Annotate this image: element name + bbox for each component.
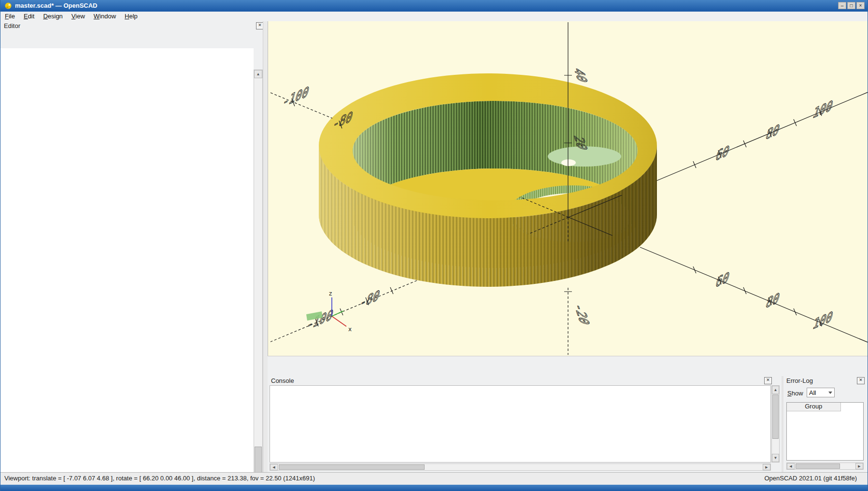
svg-text:40: 40 <box>571 67 590 84</box>
openscad-logo-icon <box>4 2 12 10</box>
svg-text:80: 80 <box>764 121 782 143</box>
viewport-3d[interactable]: -100 -80 -80 -100 60 80 100 60 80 100 20… <box>268 21 868 356</box>
svg-text:60: 60 <box>714 142 731 164</box>
version-text: OpenSCAD 2021.01 (git 41f58fe) <box>764 475 857 482</box>
group-column-header[interactable]: Group <box>787 403 841 411</box>
svg-text:80: 80 <box>764 290 782 311</box>
view-toolbar <box>268 356 868 376</box>
maximize-button[interactable]: □ <box>847 2 855 9</box>
window-title: master.scad* — OpenSCAD <box>15 2 98 9</box>
editor-header: Editor ✕ <box>0 21 268 30</box>
svg-text:z: z <box>329 290 332 297</box>
scroll-right-icon[interactable]: ▶ <box>763 464 770 470</box>
close-button[interactable]: × <box>856 2 865 9</box>
gear-model <box>319 73 657 287</box>
error-log-hscroll-thumb[interactable] <box>796 463 840 469</box>
gear-render: -100 -80 -80 -100 60 80 100 60 80 100 20… <box>268 21 868 356</box>
error-log-title: Error-Log <box>786 377 813 384</box>
menu-edit[interactable]: Edit <box>19 12 39 21</box>
menu-view[interactable]: View <box>67 12 89 21</box>
menu-bar: FileEditDesignViewWindowHelp <box>0 12 868 22</box>
console-scroll-thumb[interactable] <box>772 394 779 439</box>
error-log-hscrollbar[interactable]: ◀ ▶ <box>786 463 864 470</box>
scroll-left-icon[interactable]: ◀ <box>270 464 278 470</box>
y-axis-icon <box>332 311 343 316</box>
svg-text:100: 100 <box>811 97 835 121</box>
console-panel: Console ✕ ▲ ▼ ◀ ▶ <box>268 376 782 472</box>
svg-text:-20: -20 <box>571 302 593 326</box>
editor-title: Editor <box>4 22 20 29</box>
scroll-up-icon[interactable]: ▲ <box>254 70 262 78</box>
title-bar[interactable]: master.scad* — OpenSCAD – □ × <box>0 0 868 12</box>
menu-help[interactable]: Help <box>120 12 142 21</box>
svg-text:x: x <box>348 326 352 333</box>
svg-text:100: 100 <box>811 308 835 332</box>
filter-select[interactable]: All <box>807 388 835 397</box>
menu-file[interactable]: File <box>0 12 19 21</box>
editor-pane: Editor ✕ ▲ ▼ <box>0 21 268 472</box>
console-hscroll-thumb[interactable] <box>279 464 425 470</box>
viewport-status-text: Viewport: translate = [ -7.07 6.07 4.68 … <box>4 475 315 482</box>
chevron-down-icon <box>828 392 832 394</box>
svg-text:-80: -80 <box>358 287 382 311</box>
scroll-down-icon[interactable]: ▼ <box>772 454 779 462</box>
scroll-right-icon[interactable]: ▶ <box>855 463 863 469</box>
show-filter-label: Show <box>787 390 803 397</box>
scroll-up-icon[interactable]: ▲ <box>772 386 779 394</box>
menu-window[interactable]: Window <box>89 12 120 21</box>
error-log-panel: Error-Log ✕ Show All Group ◀ ▶ <box>783 376 868 472</box>
console-output[interactable] <box>270 385 771 463</box>
code-editor[interactable] <box>0 48 254 472</box>
svg-text:60: 60 <box>714 269 731 291</box>
x-axis-icon <box>332 316 346 326</box>
console-title: Console <box>271 377 294 384</box>
minimize-button[interactable]: – <box>838 2 846 9</box>
svg-text:-100: -100 <box>281 84 311 111</box>
error-log-table[interactable]: Group <box>786 402 864 461</box>
error-log-close-icon[interactable]: ✕ <box>857 377 865 384</box>
status-bar: Viewport: translate = [ -7.07 6.07 4.68 … <box>0 472 868 485</box>
menu-design[interactable]: Design <box>39 12 67 21</box>
console-hscrollbar[interactable]: ◀ ▶ <box>270 463 771 471</box>
console-vscrollbar[interactable]: ▲ ▼ <box>771 385 780 463</box>
console-close-icon[interactable]: ✕ <box>764 377 772 384</box>
window-bottom-border <box>0 485 868 491</box>
editor-scrollbar[interactable]: ▲ ▼ <box>254 70 263 491</box>
scroll-left-icon[interactable]: ◀ <box>787 463 795 469</box>
openscad-window: master.scad* — OpenSCAD – □ × FileEditDe… <box>0 0 868 491</box>
